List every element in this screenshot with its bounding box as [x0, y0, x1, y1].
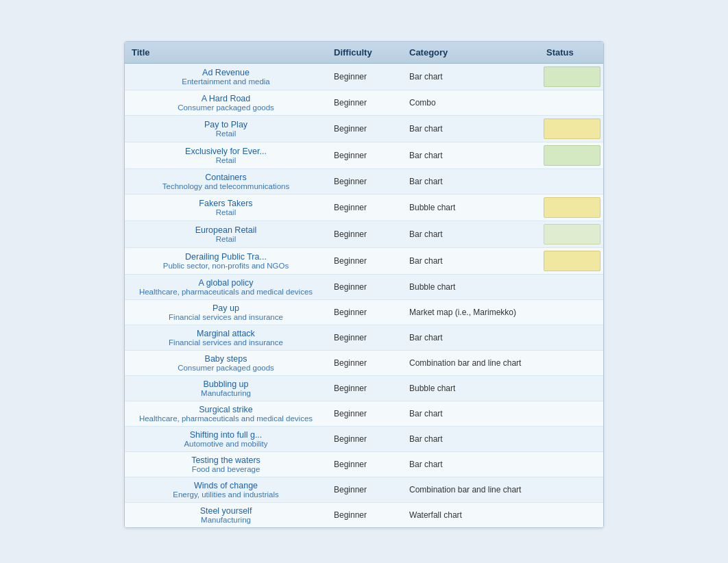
- difficulty-cell: Beginner: [327, 351, 402, 375]
- category-cell: Bubble chart: [402, 376, 539, 401]
- difficulty-cell: Beginner: [327, 90, 402, 115]
- table-row[interactable]: Baby stepsConsumer packaged goodsBeginne…: [125, 351, 603, 376]
- table-row[interactable]: European RetailRetailBeginnerBar chart: [125, 221, 603, 248]
- row-subtitle: Food and beverage: [192, 465, 260, 473]
- title-cell: Derailing Public Tra...Public sector, no…: [125, 248, 327, 274]
- table-row[interactable]: ContainersTechnology and telecommunicati…: [125, 169, 603, 195]
- difficulty-cell: Beginner: [327, 248, 402, 274]
- table-row[interactable]: Steel yourselfManufacturingBeginnerWater…: [125, 503, 603, 527]
- row-subtitle: Public sector, non-profits and NGOs: [163, 262, 289, 270]
- table-row[interactable]: Derailing Public Tra...Public sector, no…: [125, 248, 603, 275]
- row-subtitle: Consumer packaged goods: [178, 103, 274, 112]
- difficulty-cell: Beginner: [327, 275, 402, 299]
- title-cell: Bubbling upManufacturing: [125, 376, 327, 401]
- status-cell: [539, 503, 604, 527]
- title-cell: Testing the watersFood and beverage: [125, 452, 327, 477]
- title-cell: Pay upFinancial services and insurance: [125, 300, 327, 325]
- row-title: A Hard Road: [202, 94, 251, 103]
- row-subtitle: Financial services and insurance: [169, 313, 283, 321]
- row-title: Derailing Public Tra...: [185, 252, 267, 262]
- col-title: Title: [125, 42, 327, 63]
- title-cell: Marginal attackFinancial services and in…: [125, 325, 327, 350]
- difficulty-cell: Beginner: [327, 427, 402, 451]
- difficulty-cell: Beginner: [327, 195, 402, 221]
- status-cell: [539, 221, 604, 247]
- title-cell: European RetailRetail: [125, 221, 327, 247]
- difficulty-cell: Beginner: [327, 169, 402, 194]
- category-cell: Bar chart: [402, 169, 539, 194]
- title-cell: Winds of changeEnergy, utilities and ind…: [125, 477, 327, 502]
- row-title: A global policy: [199, 278, 254, 288]
- row-subtitle: Manufacturing: [201, 516, 251, 524]
- title-cell: Baby stepsConsumer packaged goods: [125, 351, 327, 375]
- category-cell: Bar chart: [402, 64, 539, 90]
- row-subtitle: Consumer packaged goods: [178, 364, 274, 372]
- table-row[interactable]: Testing the watersFood and beverageBegin…: [125, 452, 603, 477]
- status-cell: [539, 142, 604, 168]
- status-indicator: [544, 145, 600, 166]
- title-cell: Fakers TakersRetail: [125, 195, 327, 221]
- status-cell: [539, 116, 604, 142]
- title-cell: A global policyHealthcare, pharmaceutica…: [125, 275, 327, 299]
- category-cell: Bar chart: [402, 325, 539, 350]
- status-indicator: [544, 251, 600, 271]
- main-table: Title Difficulty Category Status Ad Reve…: [124, 41, 604, 528]
- title-cell: Surgical strikeHealthcare, pharmaceutica…: [125, 401, 327, 426]
- difficulty-cell: Beginner: [327, 300, 402, 325]
- status-cell: [539, 376, 604, 401]
- row-title: Winds of change: [194, 481, 258, 490]
- table-row[interactable]: Winds of changeEnergy, utilities and ind…: [125, 477, 603, 503]
- row-title: Fakers Takers: [199, 199, 252, 208]
- difficulty-cell: Beginner: [327, 142, 402, 168]
- status-cell: [539, 427, 604, 451]
- category-cell: Combination bar and line chart: [402, 477, 539, 502]
- difficulty-cell: Beginner: [327, 401, 402, 426]
- row-subtitle: Healthcare, pharmaceuticals and medical …: [139, 288, 313, 296]
- table-row[interactable]: Marginal attackFinancial services and in…: [125, 325, 603, 351]
- status-cell: [539, 90, 604, 115]
- row-title: Steel yourself: [200, 506, 252, 516]
- table-row[interactable]: A global policyHealthcare, pharmaceutica…: [125, 275, 603, 300]
- difficulty-cell: Beginner: [327, 477, 402, 502]
- col-difficulty: Difficulty: [327, 42, 402, 63]
- table-row[interactable]: Surgical strikeHealthcare, pharmaceutica…: [125, 401, 603, 427]
- row-title: Shifting into full g...: [190, 430, 263, 440]
- title-cell: Steel yourselfManufacturing: [125, 503, 327, 527]
- difficulty-cell: Beginner: [327, 116, 402, 142]
- row-subtitle: Retail: [216, 235, 236, 243]
- table-row[interactable]: Ad RevenueEntertainment and mediaBeginne…: [125, 64, 603, 90]
- category-cell: Bar chart: [402, 427, 539, 451]
- table-header: Title Difficulty Category Status: [125, 42, 603, 64]
- row-subtitle: Retail: [216, 208, 236, 216]
- table-row[interactable]: A Hard RoadConsumer packaged goodsBeginn…: [125, 90, 603, 116]
- status-indicator: [544, 197, 600, 218]
- category-cell: Market map (i.e., Marimekko): [402, 300, 539, 325]
- row-subtitle: Retail: [216, 156, 236, 164]
- row-title: Exclusively for Ever...: [185, 147, 267, 156]
- table-row[interactable]: Fakers TakersRetailBeginnerBubble chart: [125, 195, 603, 221]
- category-cell: Bubble chart: [402, 275, 539, 299]
- difficulty-cell: Beginner: [327, 64, 402, 90]
- table-row[interactable]: Shifting into full g...Automotive and mo…: [125, 427, 603, 452]
- status-cell: [539, 300, 604, 325]
- status-cell: [539, 452, 604, 477]
- status-indicator: [544, 66, 600, 87]
- table-row[interactable]: Pay to PlayRetailBeginnerBar chart: [125, 116, 603, 142]
- category-cell: Combination bar and line chart: [402, 351, 539, 375]
- category-cell: Bubble chart: [402, 195, 539, 221]
- row-subtitle: Healthcare, pharmaceuticals and medical …: [139, 414, 313, 423]
- table-row[interactable]: Pay upFinancial services and insuranceBe…: [125, 300, 603, 325]
- row-subtitle: Technology and telecommunications: [162, 182, 289, 190]
- category-cell: Bar chart: [402, 221, 539, 247]
- row-subtitle: Financial services and insurance: [169, 338, 283, 347]
- table-row[interactable]: Exclusively for Ever...RetailBeginnerBar…: [125, 142, 603, 169]
- status-cell: [539, 351, 604, 375]
- table-row[interactable]: Bubbling upManufacturingBeginnerBubble c…: [125, 376, 603, 401]
- difficulty-cell: Beginner: [327, 452, 402, 477]
- category-cell: Waterfall chart: [402, 503, 539, 527]
- row-title: Ad Revenue: [202, 68, 250, 77]
- title-cell: Exclusively for Ever...Retail: [125, 142, 327, 168]
- row-title: European Retail: [195, 225, 257, 235]
- status-cell: [539, 401, 604, 426]
- difficulty-cell: Beginner: [327, 325, 402, 350]
